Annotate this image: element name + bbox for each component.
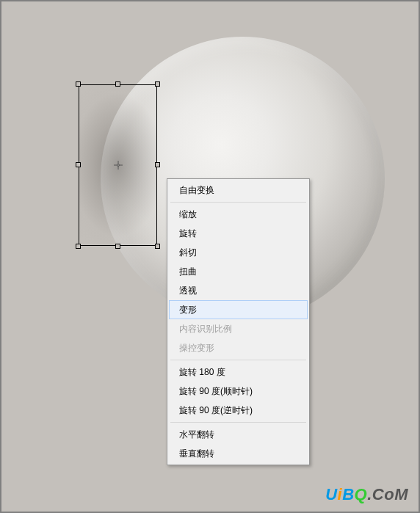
menu-item-puppet-warp: 操控变形 xyxy=(169,338,308,357)
transform-bounding-box[interactable] xyxy=(79,84,157,246)
menu-item-rotate[interactable]: 旋转 xyxy=(169,224,308,243)
handle-top-middle[interactable] xyxy=(115,81,120,87)
watermark: UiBQ.CoM xyxy=(325,485,408,504)
handle-top-right[interactable] xyxy=(155,81,160,87)
canvas[interactable]: 自由变换 缩放 旋转 斜切 扭曲 透视 变形 内容识别比例 操控变形 旋转 18… xyxy=(1,1,419,512)
context-menu: 自由变换 缩放 旋转 斜切 扭曲 透视 变形 内容识别比例 操控变形 旋转 18… xyxy=(167,178,310,465)
menu-item-skew[interactable]: 斜切 xyxy=(169,243,308,262)
handle-bottom-left[interactable] xyxy=(76,244,81,249)
menu-item-distort[interactable]: 扭曲 xyxy=(169,262,308,281)
watermark-part: .CoM xyxy=(367,485,408,503)
menu-item-content-aware-scale: 内容识别比例 xyxy=(169,319,308,338)
handle-bottom-middle[interactable] xyxy=(115,244,120,249)
menu-separator xyxy=(170,360,306,360)
menu-item-free-transform[interactable]: 自由变换 xyxy=(169,181,308,200)
menu-item-rotate-90-ccw[interactable]: 旋转 90 度(逆时针) xyxy=(169,401,308,420)
watermark-part: Q xyxy=(355,485,368,503)
watermark-part: U xyxy=(325,485,337,503)
watermark-part: B xyxy=(342,485,354,503)
handle-middle-left[interactable] xyxy=(76,162,81,167)
handle-middle-right[interactable] xyxy=(155,162,160,167)
menu-separator xyxy=(170,202,306,203)
menu-item-warp[interactable]: 变形 xyxy=(169,300,308,319)
transform-center-icon[interactable] xyxy=(113,160,123,170)
menu-item-flip-vertical[interactable]: 垂直翻转 xyxy=(169,444,308,463)
handle-bottom-right[interactable] xyxy=(155,244,160,249)
menu-item-flip-horizontal[interactable]: 水平翻转 xyxy=(169,425,308,444)
handle-top-left[interactable] xyxy=(76,81,81,87)
menu-item-perspective[interactable]: 透视 xyxy=(169,281,308,300)
menu-item-scale[interactable]: 缩放 xyxy=(169,205,308,224)
menu-item-rotate-180[interactable]: 旋转 180 度 xyxy=(169,363,308,382)
menu-item-rotate-90-cw[interactable]: 旋转 90 度(顺时针) xyxy=(169,382,308,401)
svg-point-4 xyxy=(117,164,119,167)
menu-separator xyxy=(170,422,306,423)
